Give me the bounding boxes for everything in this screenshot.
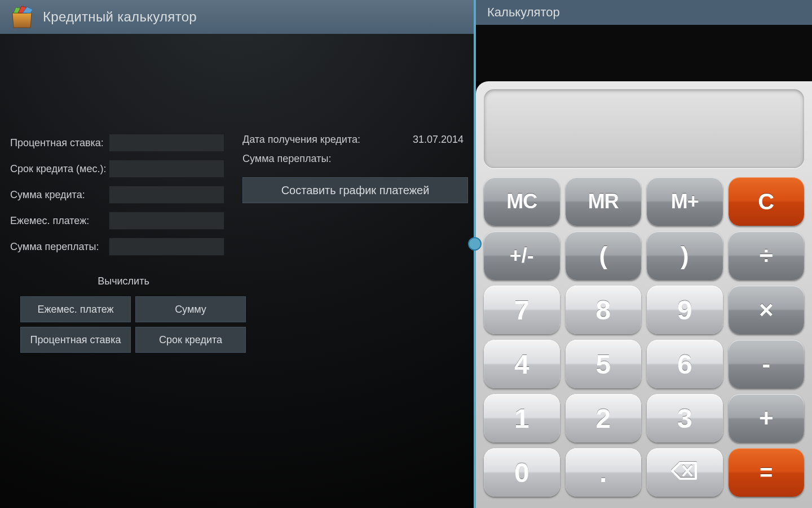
info-overpay-label: Сумма переплаты:	[242, 153, 464, 165]
schedule-button[interactable]: Составить график платежей	[242, 177, 468, 203]
key-multiply[interactable]: ×	[729, 286, 805, 334]
key-1[interactable]: 1	[484, 394, 560, 443]
calc-amount-button[interactable]: Сумму	[135, 296, 246, 322]
key-mplus[interactable]: M+	[647, 177, 723, 226]
field-monthly-payment: Ежемес. платеж:	[10, 208, 237, 234]
left-app-header: Кредитный калькулятор	[0, 0, 474, 34]
calculator-display	[484, 89, 804, 168]
key-6[interactable]: 6	[647, 340, 723, 388]
key-dot[interactable]: .	[566, 448, 642, 497]
label-loan-amount: Сумма кредита:	[10, 189, 109, 201]
calc-monthly-button[interactable]: Ежемес. платеж	[20, 296, 131, 322]
key-rparen[interactable]: )	[647, 231, 723, 280]
key-mc[interactable]: MC	[484, 177, 560, 226]
info-date: Дата получения кредита: 31.07.2014	[242, 130, 464, 149]
wallet-icon	[10, 5, 34, 29]
info-overpayment: Сумма переплаты:	[242, 149, 464, 168]
key-3[interactable]: 3	[647, 394, 723, 443]
label-interest-rate: Процентная ставка:	[10, 137, 109, 149]
key-0[interactable]: 0	[484, 448, 560, 497]
key-lparen[interactable]: (	[566, 231, 642, 280]
field-interest-rate: Процентная ставка:	[10, 130, 237, 156]
key-2[interactable]: 2	[566, 394, 642, 443]
info-column: Дата получения кредита: 31.07.2014 Сумма…	[237, 130, 474, 353]
input-interest-rate[interactable]	[109, 134, 224, 152]
key-minus[interactable]: -	[729, 340, 805, 388]
calculate-buttons: Ежемес. платеж Сумму Процентная ставка С…	[10, 296, 247, 353]
key-plus[interactable]: +	[729, 394, 805, 443]
credit-calculator-app: Кредитный калькулятор Процентная ставка:…	[0, 0, 474, 508]
key-equals[interactable]: =	[729, 448, 805, 497]
key-sign[interactable]: +/-	[484, 231, 560, 280]
keypad: MC MR M+ C +/- ( ) ÷ 7 8 9 × 4 5 6 - 1 2…	[484, 177, 804, 497]
key-4[interactable]: 4	[484, 340, 560, 388]
left-app-title: Кредитный калькулятор	[43, 9, 197, 25]
calculator-empty-bar	[476, 25, 812, 81]
right-app-header: Калькулятор	[476, 0, 812, 25]
inputs-column: Процентная ставка: Срок кредита (мес.): …	[0, 130, 237, 353]
key-mr[interactable]: MR	[566, 177, 642, 226]
label-overpayment: Сумма переплаты:	[10, 241, 109, 253]
form-area: Процентная ставка: Срок кредита (мес.): …	[0, 34, 474, 353]
field-overpayment: Сумма переплаты:	[10, 234, 237, 260]
calc-term-button[interactable]: Срок кредита	[135, 327, 246, 353]
field-loan-amount: Сумма кредита:	[10, 182, 237, 208]
calculate-heading: Вычислить	[10, 275, 237, 287]
calculator-body: MC MR M+ C +/- ( ) ÷ 7 8 9 × 4 5 6 - 1 2…	[476, 81, 812, 508]
calculator-app: Калькулятор MC MR M+ C +/- ( ) ÷ 7 8 9 ×…	[474, 0, 812, 508]
calc-rate-button[interactable]: Процентная ставка	[20, 327, 131, 353]
key-backspace[interactable]	[647, 448, 723, 497]
split-handle[interactable]	[468, 237, 482, 251]
input-overpayment[interactable]	[109, 238, 224, 256]
label-monthly-payment: Ежемес. платеж:	[10, 215, 109, 227]
key-clear[interactable]: C	[729, 177, 805, 226]
info-date-value: 31.07.2014	[413, 134, 464, 146]
key-8[interactable]: 8	[566, 286, 642, 334]
input-monthly-payment[interactable]	[109, 212, 224, 230]
key-divide[interactable]: ÷	[729, 231, 805, 280]
key-9[interactable]: 9	[647, 286, 723, 334]
info-date-label: Дата получения кредита:	[242, 134, 413, 146]
field-term-months: Срок кредита (мес.):	[10, 156, 237, 182]
key-5[interactable]: 5	[566, 340, 642, 388]
right-app-title: Калькулятор	[487, 5, 560, 20]
input-term-months[interactable]	[109, 160, 224, 178]
backspace-icon	[671, 457, 698, 488]
key-7[interactable]: 7	[484, 286, 560, 334]
input-loan-amount[interactable]	[109, 186, 224, 204]
label-term-months: Срок кредита (мес.):	[10, 163, 109, 175]
